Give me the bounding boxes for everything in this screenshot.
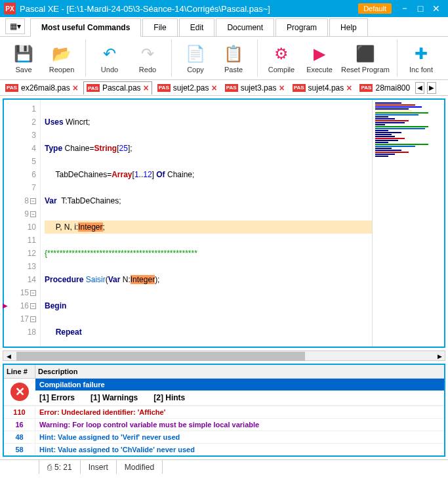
file-tab[interactable]: PAS28mai800 [357, 81, 413, 95]
scroll-left-icon[interactable]: ◀ [3, 352, 14, 361]
redo-button[interactable]: ↷Redo [129, 39, 166, 77]
code-area[interactable]: Uses Wincrt; Type Chaine=String[25]; Tab… [41, 100, 372, 347]
title-bar: PX Pascal XE - [E:\1-Mardi-24-05\3-Séanc… [0, 0, 448, 17]
menu-tab-program[interactable]: Program [275, 18, 328, 36]
error-row[interactable]: 58Hint: Value assigned to 'ChValide' nev… [4, 443, 444, 455]
scroll-right-icon[interactable]: ▶ [434, 352, 445, 361]
paste-button[interactable]: 📋Paste [215, 39, 252, 77]
error-row[interactable]: 48Hint: Value assigned to 'Verif' never … [4, 431, 444, 443]
status-insert: Insert [81, 460, 117, 474]
pas-icon: PAS [157, 84, 171, 92]
file-tabs: PASex26mai8.pas× PASPascal.pas× PASsujet… [0, 80, 448, 96]
maximize-button[interactable]: □ [413, 3, 428, 14]
minimap[interactable] [372, 100, 444, 347]
pas-icon: PAS [225, 84, 238, 92]
reopen-button[interactable]: 📂Reopen [43, 39, 80, 77]
error-icon: ✕ [10, 383, 29, 401]
error-title[interactable]: Compilation failure [35, 379, 444, 390]
file-tab[interactable]: PASex26mai8.pas× [3, 81, 81, 95]
pas-icon: PAS [293, 84, 306, 92]
toolbar: 💾Save 📂Reopen ↶Undo ↷Redo 📄Copy 📋Paste ⚙… [0, 37, 448, 80]
tab-next-button[interactable]: ▶ [427, 82, 436, 94]
stop-icon: ⬛ [355, 43, 376, 64]
menu-tab-edit[interactable]: Edit [179, 18, 215, 36]
status-position: ⎙5: 21 [39, 460, 81, 474]
plus-icon: ✚ [411, 43, 432, 64]
file-tab[interactable]: PASsujet3.pas× [222, 81, 287, 95]
menu-tab-document[interactable]: Document [216, 18, 274, 36]
undo-icon: ↶ [99, 43, 120, 64]
save-button[interactable]: 💾Save [5, 39, 42, 77]
default-badge[interactable]: Default [358, 3, 392, 14]
reset-button[interactable]: ⬛Reset Program [339, 39, 392, 77]
errors-header-line: Line # [4, 365, 35, 378]
file-tab[interactable]: PASsujet2.pas× [155, 81, 220, 95]
save-icon: 💾 [13, 43, 34, 64]
paste-icon: 📋 [223, 43, 244, 64]
breakpoint-icon[interactable]: ▶ [3, 302, 8, 309]
incfont-button[interactable]: ✚Inc font [403, 39, 439, 77]
app-icon: PX [4, 3, 16, 14]
file-tab[interactable]: PASsujet4.pas× [290, 81, 355, 95]
window-title: Pascal XE - [E:\1-Mardi-24-05\3-Séance-1… [20, 4, 358, 14]
copy-icon: 📄 [185, 43, 206, 64]
execute-button[interactable]: ▶Execute [301, 39, 338, 77]
undo-button[interactable]: ↶Undo [91, 39, 128, 77]
close-icon[interactable]: × [144, 83, 149, 93]
gutter[interactable]: 123 456 78 − 9 −10 111213 1415 − 16 −17 … [4, 100, 41, 347]
editor: ▶ 123 456 78 − 9 −10 111213 1415 − 16 −1… [3, 98, 445, 348]
close-icon[interactable]: × [279, 83, 284, 93]
error-summary: [1] Errors [1] Warnings [2] Hints [35, 390, 444, 405]
compile-button[interactable]: ⚙Compile [263, 39, 300, 77]
minimize-button[interactable]: － [397, 3, 413, 14]
file-tab[interactable]: PASPascal.pas× [83, 81, 152, 95]
pas-icon: PAS [5, 84, 18, 92]
play-icon: ▶ [309, 43, 330, 64]
copy-button[interactable]: 📄Copy [177, 39, 214, 77]
status-bar: ⎙5: 21 Insert Modified [0, 459, 448, 474]
redo-icon: ↷ [137, 43, 158, 64]
tab-prev-button[interactable]: ◀ [415, 82, 424, 94]
close-icon[interactable]: × [73, 83, 78, 93]
close-icon[interactable]: × [212, 83, 217, 93]
horizontal-scrollbar[interactable]: ◀ ▶ [3, 350, 445, 361]
gear-icon: ⚙ [271, 43, 292, 64]
close-icon[interactable]: × [346, 83, 352, 93]
errors-panel: Line # Description ✕ Compilation failure… [3, 364, 445, 457]
menu-tab-help[interactable]: Help [329, 18, 368, 36]
status-modified: Modified [117, 460, 163, 474]
menu-tab-commands[interactable]: Most useful Commands [30, 18, 141, 37]
close-button[interactable]: ✕ [428, 3, 444, 14]
menu-tab-file[interactable]: File [142, 18, 177, 36]
error-row[interactable]: 110Error: Undeclared identifier: 'Affich… [4, 406, 444, 418]
error-row[interactable]: 16Warning: For loop control variable mus… [4, 418, 444, 431]
pas-icon: PAS [87, 84, 100, 92]
pas-icon: PAS [359, 84, 373, 92]
errors-header-desc: Description [35, 365, 444, 378]
menu-tool-icon[interactable]: ▦▾ [5, 18, 25, 34]
menu-bar: ▦▾ Most useful Commands File Edit Docume… [0, 17, 448, 37]
folder-icon: 📂 [51, 43, 72, 64]
scroll-thumb[interactable] [16, 352, 305, 361]
